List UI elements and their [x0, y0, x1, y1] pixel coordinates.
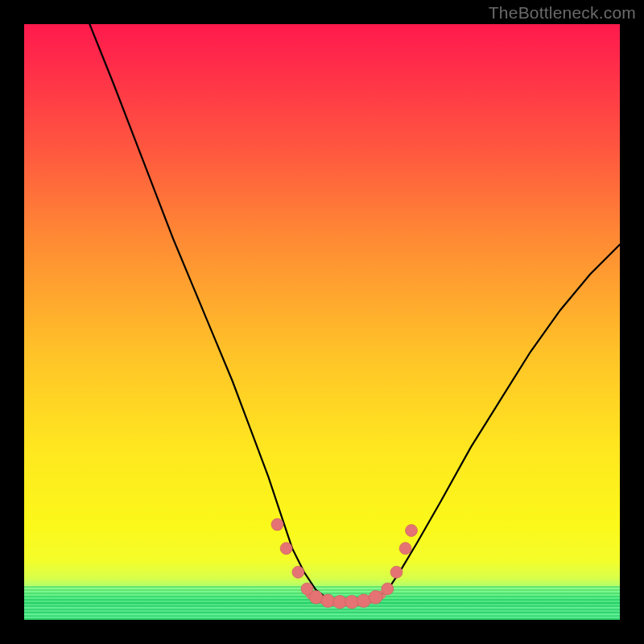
bottleneck-curve	[89, 24, 620, 602]
curve-marker	[382, 583, 394, 595]
curve-marker	[345, 596, 359, 609]
curve-marker	[333, 596, 347, 609]
curve-marker	[406, 525, 418, 537]
curve-markers	[271, 518, 418, 609]
curve-marker	[399, 543, 411, 555]
curve-marker	[390, 566, 402, 578]
curve-marker	[292, 566, 304, 578]
curve-layer	[24, 24, 620, 620]
curve-marker	[309, 591, 323, 605]
curve-marker	[369, 591, 382, 605]
plot-area	[24, 24, 620, 620]
curve-marker	[321, 594, 335, 608]
curve-marker	[357, 594, 371, 608]
curve-marker	[271, 518, 283, 530]
watermark-text: TheBottleneck.com	[489, 3, 636, 23]
curve-marker	[280, 543, 292, 555]
chart-frame: TheBottleneck.com	[0, 0, 644, 644]
